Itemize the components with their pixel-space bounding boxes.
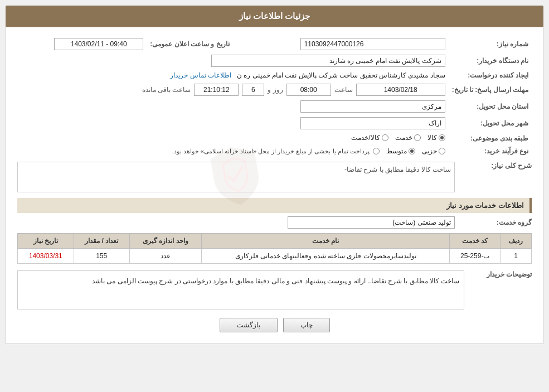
delivery-province-value: مرکزی xyxy=(300,100,445,113)
radio-motavaset-label: متوسط xyxy=(386,147,407,155)
back-button[interactable]: بازگشت xyxy=(220,318,278,332)
reply-remaining-value: 21:10:12 xyxy=(194,84,239,96)
th-date: تاریخ نیاز xyxy=(18,234,74,249)
radio-khedmat[interactable]: خدمت xyxy=(395,134,421,142)
th-unit: واحد اندازه گیری xyxy=(129,234,201,249)
label-remaining: ساعت باقی مانده xyxy=(142,86,191,94)
radio-motavaset-circle xyxy=(409,148,415,154)
label-time: ساعت xyxy=(334,86,353,94)
radio-jozi[interactable]: جزیی xyxy=(422,147,445,155)
label-buyer-org: نام دستگاه خریدار: xyxy=(449,52,532,69)
need-number-value: 1103092447000126 xyxy=(300,38,445,50)
th-name: نام خدمت xyxy=(201,234,450,249)
watermark-shield xyxy=(197,138,275,216)
label-delivery-city: شهر محل تحویل: xyxy=(449,115,532,132)
print-button[interactable]: چاپ xyxy=(283,318,330,332)
radio-kala[interactable]: کالا xyxy=(427,134,445,142)
service-info-header: اطلاعات خدمات مورد نیاز xyxy=(17,198,532,213)
radio-kala-khedmat-label: کالا/خدمت xyxy=(351,134,380,142)
subject-radio-group: کالا خدمت کالا/خدمت xyxy=(351,134,445,142)
purchase-radio-group: جزیی متوسط xyxy=(373,147,445,155)
info-table-top: شماره نیاز: 1103092447000126 تاریخ و ساع… xyxy=(17,36,532,157)
label-need-number: شماره نیاز: xyxy=(449,36,532,52)
cell-unit: عدد xyxy=(129,249,201,264)
delivery-city-value: اراک xyxy=(300,117,445,129)
service-table: ردیف کد خدمت نام خدمت واحد اندازه گیری ت… xyxy=(17,233,532,264)
page-header: جزئیات اطلاعات نیاز xyxy=(6,6,543,27)
th-quantity: تعداد / مقدار xyxy=(74,234,129,249)
th-row: ردیف xyxy=(500,234,531,249)
creator-contact-link[interactable]: اطلاعات تماس خریدار xyxy=(170,71,231,79)
reply-date-value: 1403/02/18 xyxy=(356,84,445,96)
radio-khedmat-circle xyxy=(414,134,421,141)
radio-motavaset[interactable]: متوسط xyxy=(386,147,415,155)
cell-name: تولیدسایرمحصولات فلزی ساخته شده وفعالیته… xyxy=(201,249,450,264)
main-card: شماره نیاز: 1103092447000126 تاریخ و ساع… xyxy=(6,27,543,344)
th-code: کد خدمت xyxy=(450,234,500,249)
label-service-group: گروه خدمت: xyxy=(459,219,532,226)
page-title: جزئیات اطلاعات نیاز xyxy=(239,11,310,21)
service-group-value: تولید صنعتی (ساخت) xyxy=(288,216,455,229)
cell-row-number: 1 xyxy=(500,249,531,264)
buttons-row: چاپ بازگشت xyxy=(17,318,532,332)
label-days: روز و xyxy=(268,86,283,94)
cell-code: ب-259-25 xyxy=(450,249,500,264)
reply-time-value: 08:00 xyxy=(286,84,331,96)
service-group-row: گروه خدمت: تولید صنعتی (ساخت) xyxy=(17,216,532,229)
table-row: 1 ب-259-25 تولیدسایرمحصولات فلزی ساخته ش… xyxy=(18,249,532,264)
buyer-notes-value: ساخت کالا مطابق با شرح تقاضا.. ارائه و پ… xyxy=(17,270,464,309)
radio-purchase-note[interactable] xyxy=(373,148,380,154)
radio-kala-khedmat[interactable]: کالا/خدمت xyxy=(351,134,388,142)
label-buyer-notes: توضیحات خریدار xyxy=(469,270,532,278)
page-wrapper: جزئیات اطلاعات نیاز شماره نیاز: 11030924… xyxy=(0,0,549,392)
cell-quantity: 155 xyxy=(74,249,129,264)
label-delivery-province: استان محل تحویل: xyxy=(449,98,532,115)
radio-purchase-note-circle xyxy=(373,148,380,154)
need-description-row: شرح کلی نیاز: ساخت کالا دقیقا مطابق با ش… xyxy=(17,162,532,192)
radio-kala-label: کالا xyxy=(427,134,437,142)
label-subject-category: طبقه بندی موضوعی: xyxy=(449,132,532,145)
need-description-wrapper: ساخت کالا دقیقا مطابق با شرح تقاضا- xyxy=(17,162,455,192)
radio-kala-circle xyxy=(439,134,445,141)
creator-name-value: سجاد مشیدی کارشناس تحقیق ساخت شرکت پالای… xyxy=(237,71,445,79)
cell-date: 1403/03/31 xyxy=(18,249,74,264)
radio-jozi-label: جزیی xyxy=(422,147,437,155)
announce-date-value: 1403/02/11 - 09:40 xyxy=(54,38,143,50)
label-reply-deadline: مهلت ارسال پاسخ: تا تاریخ: xyxy=(449,81,532,98)
buyer-org-value: شرکت پالایش نفت امام خمینی ره شازند xyxy=(211,55,445,67)
label-purchase-type: نوع فرآیند خرید: xyxy=(449,145,532,157)
label-need-description: شرح کلی نیاز: xyxy=(459,162,532,170)
reply-days-value: 6 xyxy=(242,84,264,96)
label-announce-date: تاریخ و ساعت اعلان عمومی: xyxy=(147,36,232,52)
radio-khedmat-label: خدمت xyxy=(395,134,412,142)
radio-jozi-circle xyxy=(439,148,445,154)
label-creator: ایجاد کننده درخواست: xyxy=(449,69,532,81)
radio-kala-khedmat-circle xyxy=(382,134,388,141)
buyer-notes-row: توضیحات خریدار ساخت کالا مطابق با شرح تق… xyxy=(17,270,532,309)
